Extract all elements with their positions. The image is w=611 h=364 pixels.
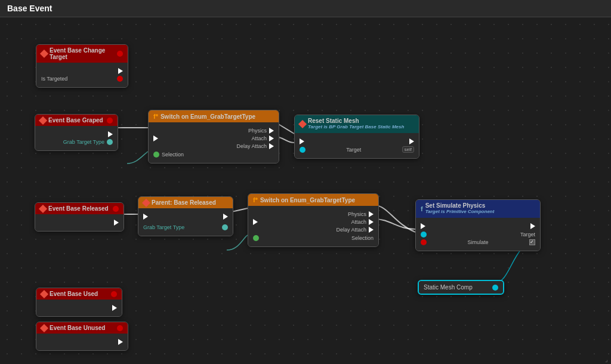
target-pin-reset — [300, 147, 306, 153]
event-icon-graped — [39, 116, 47, 124]
canvas: Event Base Change Target Is Targeted Eve… — [0, 17, 611, 364]
node-set-simulate-physics[interactable]: f Set Simulate Physics Target is Primiti… — [415, 199, 541, 251]
physics-out-1 — [269, 128, 274, 134]
node-event-unused[interactable]: Event Base Unused — [36, 322, 128, 351]
node-header-graped: Event Base Graped — [35, 115, 118, 126]
node-header-switch2: f* Switch on Enum_GrabTargetType — [248, 194, 378, 206]
event-icon — [40, 50, 48, 58]
exec-in-switch1 — [153, 135, 158, 141]
grab-type-pin-2 — [222, 224, 228, 230]
target-pin-simulate — [421, 232, 427, 237]
node-error-pin-4 — [111, 291, 117, 297]
reset-icon — [298, 120, 307, 128]
physics-out-2 — [369, 211, 374, 217]
exec-out-used — [112, 305, 117, 311]
simulate-checkbox[interactable] — [529, 239, 535, 245]
node-error-pin — [117, 51, 123, 57]
exec-in-reset — [300, 138, 304, 144]
parent-icon — [142, 198, 150, 206]
selection-pin-2 — [253, 235, 259, 241]
event-icon-unused — [40, 323, 48, 332]
exec-out-simulate — [530, 223, 535, 229]
delay-out-1 — [269, 143, 274, 149]
node-error-pin-5 — [117, 325, 123, 331]
node-header-simulate: f Set Simulate Physics Target is Primiti… — [416, 200, 540, 218]
attach-out-2 — [369, 219, 374, 225]
selection-pin-1 — [153, 152, 159, 158]
node-event-used[interactable]: Event Base Used — [36, 288, 122, 317]
exec-in-parent — [143, 214, 148, 220]
node-header-released: Event Base Released — [35, 203, 124, 214]
exec-out-pin-graped — [108, 131, 113, 137]
simulate-pin — [421, 239, 427, 245]
exec-in-simulate — [421, 223, 425, 229]
exec-in-switch2 — [253, 219, 258, 225]
event-icon-released — [39, 204, 47, 212]
page-title: Base Event — [7, 4, 52, 13]
title-bar: Base Event — [0, 0, 611, 17]
node-header-reset: Reset Static Mesh Target is BP Grab Targ… — [295, 115, 419, 133]
grab-type-pin — [107, 139, 113, 145]
static-mesh-comp-pin — [492, 285, 498, 291]
node-event-change-target[interactable]: Event Base Change Target Is Targeted — [36, 44, 128, 88]
exec-out-reset — [409, 138, 414, 144]
exec-out-released — [114, 220, 119, 226]
node-header-switch1: f* Switch on Enum_GrabTargetType — [149, 110, 279, 122]
is-targeted-pin — [117, 76, 123, 82]
node-event-graped[interactable]: Event Base Graped Grab Target Type — [35, 114, 118, 151]
node-header-unused: Event Base Unused — [36, 322, 128, 334]
node-switch-enum-1[interactable]: f* Switch on Enum_GrabTargetType Physics… — [148, 110, 279, 164]
exec-out-pin — [118, 68, 123, 74]
node-header-change-target: Event Base Change Target — [36, 45, 128, 63]
exec-out-unused — [118, 339, 123, 345]
node-header-used: Event Base Used — [36, 288, 122, 300]
node-switch-enum-2[interactable]: f* Switch on Enum_GrabTargetType Physics… — [248, 193, 379, 247]
node-event-released[interactable]: Event Base Released — [35, 202, 124, 232]
static-mesh-comp-badge[interactable]: Static Mesh Comp — [418, 280, 504, 295]
node-reset-static-mesh[interactable]: Reset Static Mesh Target is BP Grab Targ… — [294, 115, 419, 159]
delay-out-2 — [369, 227, 374, 233]
node-parent-released[interactable]: Parent: Base Released Grab Target Type — [138, 196, 233, 236]
resize-handle[interactable]: ⌟ — [603, 356, 610, 363]
event-icon-used — [40, 289, 48, 298]
node-header-parent: Parent: Base Released — [138, 197, 233, 208]
attach-out-1 — [269, 135, 274, 141]
exec-out-parent — [223, 214, 228, 220]
node-error-pin-3 — [113, 206, 119, 212]
node-error-pin-2 — [107, 118, 113, 124]
